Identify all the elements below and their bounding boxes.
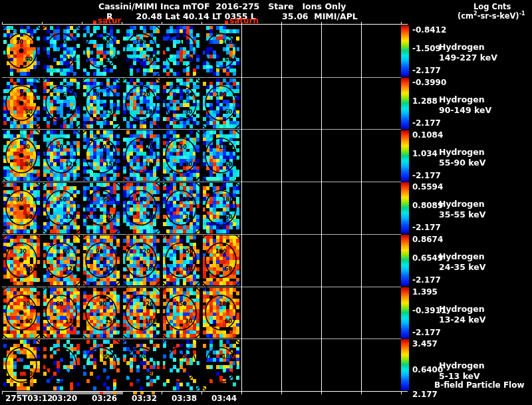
energy-range-label: 90-149 keV [439, 105, 491, 115]
species-label: Hydrogen [439, 147, 485, 157]
species-label: Hydrogen [439, 42, 485, 52]
colorbar-min-label: 2.177 [412, 390, 438, 399]
axis-event-marker [100, 392, 103, 394]
colorbar [401, 235, 409, 286]
energy-range-label: 5-13 keV [439, 371, 480, 381]
species-label: Hydrogen [439, 94, 485, 104]
colorbar-max-label: 0.1084 [412, 130, 443, 140]
colorbar-min-label: -2.177 [412, 275, 441, 285]
axis-event-marker [133, 392, 137, 394]
energy-range-label: 149-227 keV [439, 53, 497, 63]
axis-event-marker [152, 392, 155, 394]
energy-range-label: 35-55 keV [439, 209, 485, 219]
colorbar-min-label: -2.177 [412, 328, 441, 337]
species-label: Hydrogen [439, 304, 485, 314]
colorbar-min-label: -2.177 [412, 118, 441, 128]
colorbar-min-label: -2.177 [412, 171, 441, 180]
saturn-marker [225, 21, 228, 24]
species-label: Hydrogen [439, 199, 485, 209]
energy-range-label: 55-90 keV [439, 158, 485, 168]
axis-event-marker [140, 392, 144, 394]
species-label: Hydrogen [439, 251, 485, 261]
colorbar-mid-label: 1.034 [412, 149, 438, 158]
colorbar-max-label: 1.395 [412, 287, 438, 297]
colorbar-mid-label: -1.509 [412, 44, 441, 53]
colorbar [401, 287, 409, 338]
colorbar-mid-label: 1.288 [412, 96, 438, 106]
colorbar-max-label: 3.457 [412, 339, 438, 348]
plot-title: Cassini/MIMI Inca mTOF 2016-275 Stare Io… [98, 1, 346, 11]
time-tick-label: 03:38 [172, 394, 197, 403]
species-label: Hydrogen [439, 360, 485, 370]
channel-row-2: -0.3990 1.288 -2.177 Hydrogen 90-149 keV [401, 77, 532, 130]
colorbar-min-label: -2.177 [412, 66, 441, 75]
channel-row-4: 0.5594 0.8089 -2.177 Hydrogen 35-55 keV [401, 182, 532, 234]
channel-row-6: 1.395 -0.3911 -2.177 Hydrogen 13-24 keV [401, 287, 532, 339]
bfield-particle-flow-label: B-field Particle Flow [434, 380, 525, 390]
channel-row-7: 3.457 0.6400 2.177 Hydrogen 5-13 keV B-f… [401, 338, 532, 391]
cassini-mimi-inca-screen: Cassini/MIMI Inca mTOF 2016-275 Stare Io… [0, 0, 532, 405]
saturn-label: saturn [229, 16, 259, 25]
time-tick-label: 03:32 [132, 394, 157, 403]
time-tick-label: 03:20 [52, 394, 77, 403]
colorbar-max-label: -0.8412 [412, 25, 446, 35]
colorbar [401, 130, 409, 182]
channel-row-5: 0.8674 0.6549 -2.177 Hydrogen 24-35 keV [401, 234, 532, 287]
colorbar-max-label: -0.3990 [412, 78, 446, 87]
colorbar-max-label: 0.8674 [412, 235, 443, 244]
time-tick-label: 03:26 [92, 394, 117, 403]
colorbar-units-title: Log Cnts [473, 2, 511, 11]
saturn-label: satur [98, 16, 121, 25]
colorbar [401, 25, 409, 76]
colorbar [401, 182, 409, 233]
colorbar-min-label: -2.177 [412, 223, 441, 232]
saturn-marker [93, 21, 96, 24]
colorbar [401, 339, 409, 390]
colorbar [401, 78, 409, 129]
time-tick-label: 275T03:12 [5, 394, 53, 403]
time-tick-label: 03:44 [211, 394, 237, 403]
axis-event-marker [113, 392, 116, 394]
energy-range-label: 13-24 keV [439, 315, 485, 325]
colorbar-units-formula: (cm2-sr-s-keV)-1 [458, 11, 525, 21]
channel-row-3: 0.1084 1.034 -2.177 Hydrogen 55-90 keV [401, 130, 532, 182]
channel-row-1: -0.8412 -1.509 -2.177 Hydrogen 149-227 k… [401, 25, 532, 77]
colorbar-max-label: 0.5594 [412, 182, 443, 192]
energy-range-label: 24-35 keV [439, 262, 485, 272]
